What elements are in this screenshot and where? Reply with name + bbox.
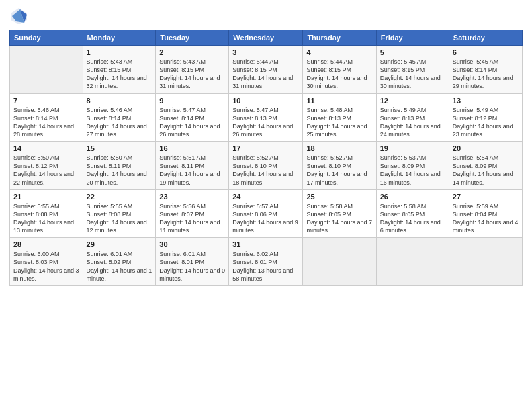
day-number: 7 bbox=[13, 97, 79, 105]
day-number: 25 bbox=[306, 193, 372, 201]
day-number: 10 bbox=[232, 97, 299, 105]
week-row-2: 7Sunrise: 5:46 AMSunset: 8:14 PMDaylight… bbox=[10, 93, 523, 142]
day-cell: 8Sunrise: 5:46 AMSunset: 8:14 PMDaylight… bbox=[83, 93, 156, 142]
day-cell: 3Sunrise: 5:44 AMSunset: 8:15 PMDaylight… bbox=[229, 46, 303, 94]
day-number: 5 bbox=[380, 48, 445, 56]
day-cell: 18Sunrise: 5:52 AMSunset: 8:10 PMDayligh… bbox=[303, 142, 376, 190]
week-row-1: 1Sunrise: 5:43 AMSunset: 8:15 PMDaylight… bbox=[10, 46, 523, 94]
day-info: Sunrise: 5:57 AMSunset: 8:06 PMDaylight:… bbox=[232, 202, 299, 235]
day-info: Sunrise: 5:59 AMSunset: 8:04 PMDaylight:… bbox=[453, 202, 519, 235]
day-info: Sunrise: 5:47 AMSunset: 8:13 PMDaylight:… bbox=[232, 106, 299, 139]
day-cell: 16Sunrise: 5:51 AMSunset: 8:11 PMDayligh… bbox=[156, 142, 229, 190]
day-number: 6 bbox=[453, 48, 519, 56]
day-number: 29 bbox=[87, 240, 152, 248]
day-cell: 13Sunrise: 5:49 AMSunset: 8:12 PMDayligh… bbox=[449, 93, 522, 142]
day-number: 21 bbox=[13, 193, 79, 201]
week-row-5: 28Sunrise: 6:00 AMSunset: 8:03 PMDayligh… bbox=[10, 238, 523, 286]
day-info: Sunrise: 5:50 AMSunset: 8:12 PMDaylight:… bbox=[13, 154, 79, 187]
day-number: 23 bbox=[159, 193, 225, 201]
day-number: 14 bbox=[13, 144, 79, 152]
day-cell: 2Sunrise: 5:43 AMSunset: 8:15 PMDaylight… bbox=[156, 46, 229, 94]
day-number: 31 bbox=[232, 240, 299, 248]
day-cell bbox=[10, 46, 83, 94]
day-info: Sunrise: 5:58 AMSunset: 8:05 PMDaylight:… bbox=[380, 202, 445, 235]
day-info: Sunrise: 5:43 AMSunset: 8:15 PMDaylight:… bbox=[87, 58, 152, 91]
day-cell: 23Sunrise: 5:56 AMSunset: 8:07 PMDayligh… bbox=[156, 189, 229, 238]
day-header-wednesday: Wednesday bbox=[229, 30, 303, 46]
logo bbox=[9, 7, 31, 26]
day-cell: 26Sunrise: 5:58 AMSunset: 8:05 PMDayligh… bbox=[376, 189, 449, 238]
day-info: Sunrise: 5:50 AMSunset: 8:11 PMDaylight:… bbox=[87, 154, 152, 187]
day-info: Sunrise: 5:54 AMSunset: 8:09 PMDaylight:… bbox=[453, 154, 519, 187]
day-cell: 4Sunrise: 5:44 AMSunset: 8:15 PMDaylight… bbox=[303, 46, 376, 94]
day-info: Sunrise: 5:45 AMSunset: 8:14 PMDaylight:… bbox=[453, 58, 519, 91]
day-cell: 15Sunrise: 5:50 AMSunset: 8:11 PMDayligh… bbox=[83, 142, 156, 190]
day-info: Sunrise: 6:01 AMSunset: 8:02 PMDaylight:… bbox=[87, 250, 152, 283]
day-number: 4 bbox=[306, 48, 372, 56]
day-info: Sunrise: 5:44 AMSunset: 8:15 PMDaylight:… bbox=[232, 58, 299, 91]
day-number: 27 bbox=[453, 193, 519, 201]
day-header-friday: Friday bbox=[376, 30, 449, 46]
day-cell: 25Sunrise: 5:58 AMSunset: 8:05 PMDayligh… bbox=[303, 189, 376, 238]
day-number: 13 bbox=[453, 97, 519, 105]
day-cell bbox=[376, 238, 449, 286]
day-info: Sunrise: 5:55 AMSunset: 8:08 PMDaylight:… bbox=[87, 202, 152, 235]
week-row-3: 14Sunrise: 5:50 AMSunset: 8:12 PMDayligh… bbox=[10, 142, 523, 190]
day-number: 18 bbox=[306, 144, 372, 152]
day-info: Sunrise: 6:00 AMSunset: 8:03 PMDaylight:… bbox=[13, 250, 79, 283]
day-cell: 29Sunrise: 6:01 AMSunset: 8:02 PMDayligh… bbox=[83, 238, 156, 286]
day-number: 28 bbox=[13, 240, 79, 248]
day-number: 15 bbox=[87, 144, 152, 152]
day-number: 8 bbox=[87, 97, 152, 105]
day-info: Sunrise: 5:47 AMSunset: 8:14 PMDaylight:… bbox=[159, 106, 225, 139]
day-info: Sunrise: 6:01 AMSunset: 8:01 PMDaylight:… bbox=[159, 250, 225, 283]
day-cell: 11Sunrise: 5:48 AMSunset: 8:13 PMDayligh… bbox=[303, 93, 376, 142]
page: SundayMondayTuesdayWednesdayThursdayFrid… bbox=[0, 0, 532, 411]
day-number: 22 bbox=[87, 193, 152, 201]
day-info: Sunrise: 5:56 AMSunset: 8:07 PMDaylight:… bbox=[159, 202, 225, 235]
day-info: Sunrise: 5:51 AMSunset: 8:11 PMDaylight:… bbox=[159, 154, 225, 187]
day-info: Sunrise: 5:43 AMSunset: 8:15 PMDaylight:… bbox=[159, 58, 225, 91]
week-row-4: 21Sunrise: 5:55 AMSunset: 8:08 PMDayligh… bbox=[10, 189, 523, 238]
day-cell: 12Sunrise: 5:49 AMSunset: 8:13 PMDayligh… bbox=[376, 93, 449, 142]
day-cell bbox=[449, 238, 522, 286]
day-info: Sunrise: 5:44 AMSunset: 8:15 PMDaylight:… bbox=[306, 58, 372, 91]
day-number: 12 bbox=[380, 97, 445, 105]
day-cell: 10Sunrise: 5:47 AMSunset: 8:13 PMDayligh… bbox=[229, 93, 303, 142]
day-number: 19 bbox=[380, 144, 445, 152]
logo-icon bbox=[9, 7, 28, 26]
day-info: Sunrise: 5:48 AMSunset: 8:13 PMDaylight:… bbox=[306, 106, 372, 139]
day-info: Sunrise: 5:52 AMSunset: 8:10 PMDaylight:… bbox=[306, 154, 372, 187]
day-info: Sunrise: 5:58 AMSunset: 8:05 PMDaylight:… bbox=[306, 202, 372, 235]
day-header-monday: Monday bbox=[83, 30, 156, 46]
day-number: 1 bbox=[87, 48, 152, 56]
day-info: Sunrise: 5:52 AMSunset: 8:10 PMDaylight:… bbox=[232, 154, 299, 187]
day-number: 3 bbox=[232, 48, 299, 56]
day-cell: 20Sunrise: 5:54 AMSunset: 8:09 PMDayligh… bbox=[449, 142, 522, 190]
day-header-tuesday: Tuesday bbox=[156, 30, 229, 46]
day-cell: 1Sunrise: 5:43 AMSunset: 8:15 PMDaylight… bbox=[83, 46, 156, 94]
header-row: SundayMondayTuesdayWednesdayThursdayFrid… bbox=[10, 30, 523, 46]
day-cell: 9Sunrise: 5:47 AMSunset: 8:14 PMDaylight… bbox=[156, 93, 229, 142]
calendar-table: SundayMondayTuesdayWednesdayThursdayFrid… bbox=[9, 30, 523, 286]
day-number: 30 bbox=[159, 240, 225, 248]
day-info: Sunrise: 5:46 AMSunset: 8:14 PMDaylight:… bbox=[13, 106, 79, 139]
day-cell: 21Sunrise: 5:55 AMSunset: 8:08 PMDayligh… bbox=[10, 189, 83, 238]
day-cell: 28Sunrise: 6:00 AMSunset: 8:03 PMDayligh… bbox=[10, 238, 83, 286]
day-cell: 5Sunrise: 5:45 AMSunset: 8:15 PMDaylight… bbox=[376, 46, 449, 94]
day-number: 11 bbox=[306, 97, 372, 105]
day-cell: 27Sunrise: 5:59 AMSunset: 8:04 PMDayligh… bbox=[449, 189, 522, 238]
day-cell: 22Sunrise: 5:55 AMSunset: 8:08 PMDayligh… bbox=[83, 189, 156, 238]
day-number: 9 bbox=[159, 97, 225, 105]
day-info: Sunrise: 5:49 AMSunset: 8:12 PMDaylight:… bbox=[453, 106, 519, 139]
day-info: Sunrise: 5:49 AMSunset: 8:13 PMDaylight:… bbox=[380, 106, 445, 139]
day-info: Sunrise: 5:53 AMSunset: 8:09 PMDaylight:… bbox=[380, 154, 445, 187]
day-header-saturday: Saturday bbox=[449, 30, 522, 46]
day-info: Sunrise: 5:46 AMSunset: 8:14 PMDaylight:… bbox=[87, 106, 152, 139]
day-number: 2 bbox=[159, 48, 225, 56]
day-cell: 19Sunrise: 5:53 AMSunset: 8:09 PMDayligh… bbox=[376, 142, 449, 190]
day-cell: 30Sunrise: 6:01 AMSunset: 8:01 PMDayligh… bbox=[156, 238, 229, 286]
day-header-sunday: Sunday bbox=[10, 30, 83, 46]
day-cell: 17Sunrise: 5:52 AMSunset: 8:10 PMDayligh… bbox=[229, 142, 303, 190]
day-number: 16 bbox=[159, 144, 225, 152]
